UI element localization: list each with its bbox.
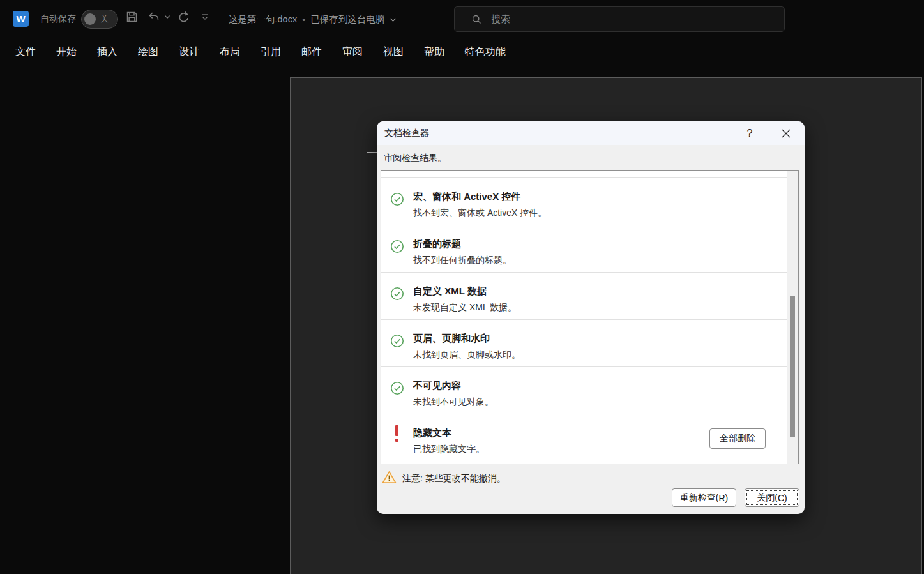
undo-icon[interactable] [147,10,161,24]
item-title: 自定义 XML 数据 [413,285,487,298]
list-item: 页眉、页脚和水印 未找到页眉、页脚或水印。 [381,319,787,366]
tab-layout[interactable]: 布局 [209,45,250,59]
inspection-result-list: 宏、窗体和 ActiveX 控件 找不到宏、窗体或 ActiveX 控件。 折叠… [381,170,799,464]
reinspect-label-end: ) [725,493,729,503]
close-icon[interactable] [776,121,796,145]
list-item-partial [381,171,787,177]
tab-insert[interactable]: 插入 [87,45,128,59]
list-item: 折叠的标题 找不到任何折叠的标题。 [381,225,787,272]
item-description: 找不到宏、窗体或 ActiveX 控件。 [413,208,547,219]
footer-note: 注意: 某些更改不能撤消。 [402,473,506,485]
title-bar: W 自动保存 关 这是第一句.docx • 已保存到这台电脑 [0,0,924,38]
warning-triangle-icon [382,471,397,484]
tab-design[interactable]: 设计 [169,45,209,59]
undo-dropdown-chevron-icon[interactable] [164,14,170,19]
check-circle-icon [390,192,404,206]
check-circle-icon [390,287,404,301]
redo-icon[interactable] [177,10,191,24]
reinspect-button[interactable]: 重新检查(R) [672,488,736,507]
document-name: 这是第一句.docx [229,13,297,26]
tab-review[interactable]: 审阅 [332,45,373,59]
red-exclamation-icon [395,425,398,442]
close-label-end: ) [784,493,787,503]
document-inspector-dialog: 文档检查器 ? 审阅检查结果。 宏、窗体和 ActiveX 控件 找不到宏、窗体… [377,121,805,514]
scrollbar-thumb[interactable] [790,296,795,437]
chevron-down-icon [390,17,397,22]
tab-mailings[interactable]: 邮件 [291,45,332,59]
list-item: 隐藏文本 已找到隐藏文字。 全部删除 [381,414,787,462]
margin-crop-mark-top-left [367,152,377,153]
item-description: 未发现自定义 XML 数据。 [413,302,517,313]
dialog-title: 文档检查器 [384,128,429,139]
item-description: 未找到不可见对象。 [413,397,494,408]
margin-crop-mark-top-right-vertical [828,133,828,153]
tab-references[interactable]: 引用 [250,45,291,59]
item-description: 找不到任何折叠的标题。 [413,255,511,266]
close-button[interactable]: 关闭(C) [745,488,799,507]
close-accesskey: C [778,493,784,503]
item-title: 不可见内容 [413,380,461,392]
reinspect-accesskey: R [718,493,725,503]
item-title: 隐藏文本 [413,427,451,439]
scrollbar[interactable] [787,171,798,464]
ribbon-tab-bar: 文件 开始 插入 绘图 设计 布局 引用 邮件 审阅 视图 帮助 特色功能 [0,38,924,65]
list-item: 自定义 XML 数据 未发现自定义 XML 数据。 [381,272,787,319]
search-input[interactable]: 搜索 [454,6,785,32]
list-item: 不可见内容 未找到不可见对象。 [381,366,787,414]
check-circle-icon [390,334,404,348]
item-title: 宏、窗体和 ActiveX 控件 [413,191,520,203]
document-title[interactable]: 这是第一句.docx • 已保存到这台电脑 [229,13,397,26]
remove-all-button[interactable]: 全部删除 [709,428,766,449]
tab-draw[interactable]: 绘图 [128,45,169,59]
item-title: 页眉、页脚和水印 [413,333,490,345]
check-circle-icon [390,239,404,253]
close-label: 关闭( [757,492,778,504]
check-circle-icon [390,381,404,395]
tab-help[interactable]: 帮助 [414,45,455,59]
title-separator: • [302,15,305,25]
dialog-subtitle: 审阅检查结果。 [384,153,446,164]
search-placeholder: 搜索 [491,13,510,26]
save-icon[interactable] [125,10,139,24]
tab-file[interactable]: 文件 [0,45,46,59]
autosave-toggle[interactable]: 关 [81,10,118,29]
item-title: 折叠的标题 [413,238,461,250]
tab-home[interactable]: 开始 [46,45,87,59]
toolbar-more-icon[interactable] [201,14,209,20]
toggle-knob-icon [84,13,96,25]
tab-special-features[interactable]: 特色功能 [455,45,516,59]
help-button[interactable]: ? [741,121,759,145]
list-item: 宏、窗体和 ActiveX 控件 找不到宏、窗体或 ActiveX 控件。 [381,177,787,225]
item-description: 已找到隐藏文字。 [413,444,485,455]
autosave-state: 关 [100,13,109,25]
document-save-status: 已保存到这台电脑 [310,13,384,26]
item-description: 未找到页眉、页脚或水印。 [413,349,520,361]
tab-view[interactable]: 视图 [373,45,414,59]
reinspect-label: 重新检查( [680,492,719,504]
word-logo-icon[interactable]: W [13,11,29,27]
margin-crop-mark-top-right-horizontal [828,153,847,153]
autosave-label: 自动保存 [40,13,76,25]
search-icon [471,14,482,25]
